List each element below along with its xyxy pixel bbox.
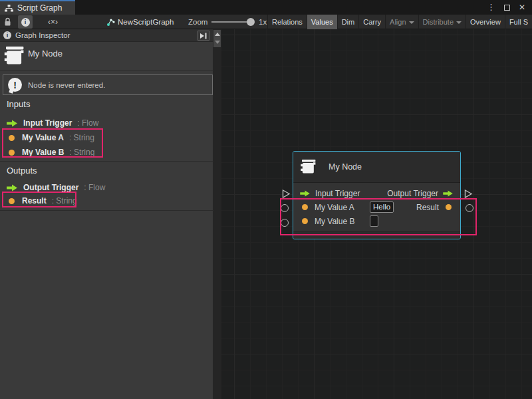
chevron-down-icon <box>456 21 462 24</box>
relations-label: Relations <box>272 15 303 29</box>
zoom-slider-handle[interactable] <box>247 18 255 26</box>
input-trigger-port-icon[interactable] <box>300 190 311 197</box>
port-type: : Flow <box>84 183 105 192</box>
tab-script-graph[interactable]: Script Graph <box>0 0 75 15</box>
view-source-button[interactable]: ‹×› <box>48 15 58 29</box>
align-label: Align <box>390 15 406 29</box>
info-icon: i <box>3 31 11 39</box>
inputs-heading: Inputs <box>7 99 30 109</box>
unity-visual-scripting-window: Script Graph ⋮ ✕ i ‹×› <box>0 0 532 399</box>
port-name: Input Trigger <box>23 118 72 128</box>
tab-bar: Script Graph ⋮ ✕ <box>0 0 532 15</box>
window-menu-icon[interactable]: ⋮ <box>487 0 495 15</box>
align-dropdown[interactable]: Align <box>385 15 418 29</box>
info-icon: i <box>21 18 30 27</box>
chevron-down-icon <box>409 21 414 24</box>
input-trigger-label: Input Trigger <box>315 189 360 198</box>
graph-inspector-panel: i Graph Inspector My Node ! Node is neve… <box>0 29 221 399</box>
divider <box>0 161 213 162</box>
inspector-header: i Graph Inspector <box>0 29 213 42</box>
graph-hierarchy-icon <box>5 5 13 12</box>
warning-text: Node is never entered. <box>28 81 105 89</box>
node-icon <box>302 158 318 176</box>
my-node-header[interactable]: My Node <box>293 152 460 183</box>
output-trigger-label: Output Trigger <box>387 189 438 198</box>
graph-name-label[interactable]: NewScriptGraph <box>118 15 174 29</box>
zoom-label: Zoom <box>188 15 207 29</box>
inspected-node-title: My Node <box>28 49 63 59</box>
values-label: Values <box>311 15 333 29</box>
overview-label: Overview <box>470 15 501 29</box>
scroll-down-icon[interactable] <box>215 41 220 44</box>
close-icon[interactable]: ✕ <box>519 3 525 12</box>
distribute-label: Distribute <box>423 15 454 29</box>
port-row-input-trigger: Input Trigger : Flow <box>7 118 98 128</box>
port-type: : Flow <box>77 118 98 128</box>
tutorial-highlight-node-values <box>280 198 477 235</box>
carry-button[interactable]: Carry <box>358 15 385 29</box>
relations-button[interactable]: Relations <box>267 15 307 29</box>
node-icon <box>6 47 22 65</box>
warning-banner: ! Node is never entered. <box>3 74 213 95</box>
fullscreen-label: Full S <box>509 15 528 29</box>
overview-button[interactable]: Overview <box>466 15 505 29</box>
script-graph-asset-icon <box>106 15 115 29</box>
carry-label: Carry <box>363 15 381 29</box>
divider <box>0 210 213 211</box>
distribute-dropdown[interactable]: Distribute <box>418 15 466 29</box>
outputs-heading: Outputs <box>7 166 37 176</box>
warning-bubble-icon: ! <box>8 78 22 92</box>
code-icon: ‹×› <box>48 17 58 27</box>
maximize-icon[interactable] <box>504 5 510 11</box>
graph-canvas[interactable]: My Node Input Trigger Output Trigger My … <box>221 29 532 399</box>
tutorial-highlight-result <box>2 192 76 207</box>
flow-arrow-icon <box>7 184 18 192</box>
graph-toolbar: i ‹×› NewScriptGraph Zoom 1x Relations V… <box>0 15 532 29</box>
scrollbar-buttons <box>213 30 221 47</box>
output-trigger-port-icon[interactable] <box>443 190 454 197</box>
lock-button[interactable] <box>4 15 11 29</box>
node-title: My Node <box>329 162 362 172</box>
port-name: Output Trigger <box>23 183 78 192</box>
toolbar-button-group: Relations Values Dim Carry Align Distrib… <box>267 15 532 29</box>
inspector-dock-button[interactable] <box>198 31 209 41</box>
values-button[interactable]: Values <box>307 15 337 29</box>
inspector-scrollbar[interactable] <box>213 29 221 399</box>
window-controls: ⋮ ✕ <box>487 0 525 15</box>
dock-arrow-icon <box>200 33 207 39</box>
zoom-value-label: 1x <box>259 15 267 29</box>
tutorial-highlight-inputs <box>2 128 103 158</box>
info-toggle-button[interactable]: i <box>18 15 33 29</box>
flow-arrow-icon <box>7 120 18 127</box>
tab-label: Script Graph <box>17 3 62 13</box>
dim-button[interactable]: Dim <box>337 15 359 29</box>
lock-icon <box>4 17 11 27</box>
scroll-up-icon[interactable] <box>215 33 220 36</box>
inspector-title: Graph Inspector <box>15 31 70 39</box>
dim-label: Dim <box>342 15 355 29</box>
fullscreen-button[interactable]: Full S <box>505 15 532 29</box>
inspected-node-header: My Node <box>0 42 213 70</box>
